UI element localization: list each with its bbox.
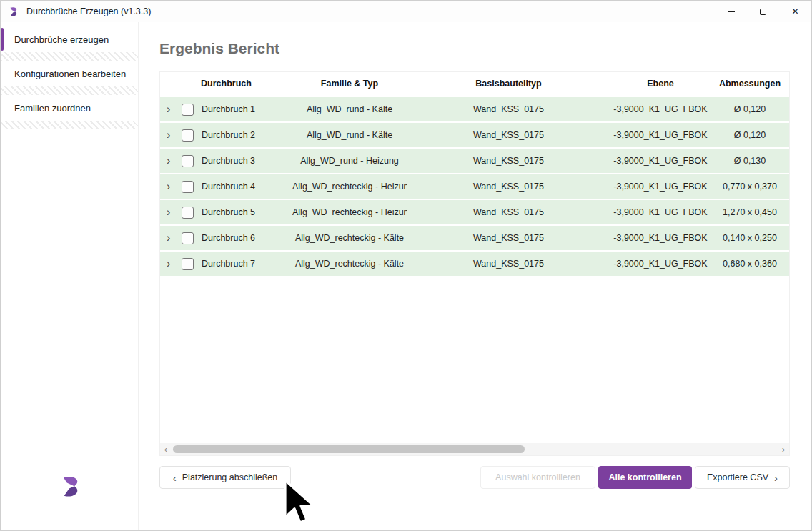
table-row: ›Durchbruch 1Allg_WD_rund - KälteWand_KS…: [160, 97, 789, 121]
row-checkbox[interactable]: [182, 104, 194, 116]
app-logo-icon: [8, 6, 20, 18]
cell-durchbruch: ›Durchbruch 1: [160, 104, 292, 116]
cell-abmessungen: 0,680 x 0,360: [710, 259, 789, 269]
cell-familie-typ: Allg_WD_rund - Kälte: [292, 104, 407, 114]
export-csv-label: Exportiere CSV: [707, 472, 768, 482]
sidebar-stripe-divider: [1, 52, 138, 61]
column-header-familie-typ: Familie & Typ: [292, 79, 407, 89]
scrollbar-thumb[interactable]: [173, 445, 525, 453]
cell-abmessungen: 1,270 x 0,450: [710, 207, 789, 217]
check-selection-button[interactable]: Auswahl kontrollieren: [480, 466, 595, 489]
cell-abmessungen: 0,140 x 0,250: [710, 233, 789, 243]
app-window: Durchbrüche Erzeugen (v1.3.3) ✕ Durchbrü…: [0, 0, 812, 531]
cell-basisbauteiltyp: Wand_KSS_0175: [407, 259, 610, 269]
sidebar-item-durchbrueche-erzeugen[interactable]: Durchbrüche erzeugen: [1, 26, 138, 52]
cell-basisbauteiltyp: Wand_KSS_0175: [407, 130, 610, 140]
row-expander-icon[interactable]: ›: [167, 258, 177, 269]
row-expander-icon[interactable]: ›: [167, 181, 177, 192]
cell-basisbauteiltyp: Wand_KSS_0175: [407, 182, 610, 192]
table-row: ›Durchbruch 6Allg_WD_rechteckig - KälteW…: [160, 226, 789, 250]
row-checkbox[interactable]: [182, 258, 194, 270]
cell-ebene: -3,9000_K1_UG_FBOK: [610, 207, 710, 217]
column-header-durchbruch: Durchbruch: [160, 79, 292, 89]
cell-ebene: -3,9000_K1_UG_FBOK: [610, 182, 710, 192]
row-label: Durchbruch 4: [202, 182, 255, 192]
check-all-button[interactable]: Alle kontrollieren: [598, 466, 692, 489]
table-row: ›Durchbruch 7Allg_WD_rechteckig - KälteW…: [160, 252, 789, 276]
cell-durchbruch: ›Durchbruch 2: [160, 129, 292, 142]
cell-durchbruch: ›Durchbruch 6: [160, 232, 292, 244]
horizontal-scrollbar[interactable]: ‹ ›: [160, 443, 789, 455]
row-expander-icon[interactable]: ›: [167, 207, 177, 218]
row-checkbox[interactable]: [182, 181, 194, 193]
row-checkbox[interactable]: [182, 232, 194, 244]
close-icon: ✕: [791, 7, 798, 16]
minimize-button[interactable]: [715, 1, 747, 22]
column-header-basisbauteiltyp: Basisbauteiltyp: [407, 79, 610, 89]
row-expander-icon[interactable]: ›: [167, 129, 177, 141]
finish-placement-label: Platzierung abschließen: [182, 472, 277, 482]
table-row: ›Durchbruch 2Allg_WD_rund - KälteWand_KS…: [160, 123, 789, 147]
sidebar-stripe-divider: [1, 121, 138, 129]
scroll-right-icon[interactable]: ›: [778, 443, 789, 455]
cell-abmessungen: Ø 0,120: [710, 104, 789, 114]
app-logo-large-icon: [58, 473, 85, 500]
window-title: Durchbrüche Erzeugen (v1.3.3): [26, 6, 151, 16]
table-header-row: Durchbruch Familie & Typ Basisbauteiltyp…: [160, 72, 789, 95]
row-label: Durchbruch 6: [202, 233, 255, 243]
sidebar-menu: Durchbrüche erzeugen Konfigurationen bea…: [1, 26, 138, 129]
maximize-icon: [760, 9, 766, 15]
cell-basisbauteiltyp: Wand_KSS_0175: [407, 207, 610, 217]
cell-familie-typ: Allg_WD_rund - Kälte: [292, 130, 407, 140]
row-label: Durchbruch 3: [202, 156, 255, 166]
row-checkbox[interactable]: [182, 129, 194, 142]
sidebar-item-label: Konfigurationen bearbeiten: [14, 69, 126, 79]
check-all-label: Alle kontrollieren: [608, 472, 681, 482]
check-selection-label: Auswahl kontrollieren: [495, 472, 580, 482]
row-label: Durchbruch 2: [202, 130, 255, 140]
chevron-right-icon: ›: [774, 472, 778, 483]
row-checkbox[interactable]: [182, 155, 194, 167]
cell-basisbauteiltyp: Wand_KSS_0175: [407, 156, 610, 166]
row-label: Durchbruch 7: [202, 259, 255, 269]
row-expander-icon[interactable]: ›: [167, 155, 177, 167]
table-row: ›Durchbruch 4Allg_WD_rechteckig - Heizun…: [160, 174, 789, 199]
cell-basisbauteiltyp: Wand_KSS_0175: [407, 233, 610, 243]
cell-abmessungen: 0,770 x 0,370: [710, 182, 789, 192]
cell-familie-typ: Allg_WD_rechteckig - Kälte: [292, 233, 407, 243]
cell-familie-typ: Allg_WD_rund - Heizung: [292, 156, 407, 166]
minimize-icon: [728, 11, 735, 12]
scroll-left-icon[interactable]: ‹: [160, 443, 172, 455]
cell-durchbruch: ›Durchbruch 4: [160, 181, 292, 193]
cell-basisbauteiltyp: Wand_KSS_0175: [407, 104, 610, 114]
sidebar-item-familien-zuordnen[interactable]: Familien zuordnen: [1, 95, 138, 121]
table-body: ›Durchbruch 1Allg_WD_rund - KälteWand_KS…: [160, 97, 789, 276]
row-label: Durchbruch 5: [202, 207, 255, 217]
sidebar-item-label: Familien zuordnen: [14, 103, 91, 114]
cell-durchbruch: ›Durchbruch 3: [160, 155, 292, 167]
close-button[interactable]: ✕: [779, 1, 811, 22]
row-checkbox[interactable]: [182, 207, 194, 219]
page-title: Ergebnis Bericht: [159, 40, 279, 57]
cell-ebene: -3,9000_K1_UG_FBOK: [610, 156, 710, 166]
cell-ebene: -3,9000_K1_UG_FBOK: [610, 130, 710, 140]
chevron-left-icon: ‹: [173, 472, 177, 483]
sidebar-item-konfigurationen-bearbeiten[interactable]: Konfigurationen bearbeiten: [1, 61, 138, 86]
cell-ebene: -3,9000_K1_UG_FBOK: [610, 104, 710, 114]
cell-familie-typ: Allg_WD_rechteckig - Heizung_K...: [292, 207, 407, 217]
table-row: ›Durchbruch 5Allg_WD_rechteckig - Heizun…: [160, 200, 789, 224]
cell-abmessungen: Ø 0,130: [710, 156, 789, 166]
finish-placement-button[interactable]: ‹ Platzierung abschließen: [159, 466, 291, 489]
export-csv-button[interactable]: Exportiere CSV ›: [695, 466, 790, 489]
maximize-button[interactable]: [747, 1, 779, 22]
sidebar-item-label: Durchbrüche erzeugen: [14, 34, 109, 45]
row-expander-icon[interactable]: ›: [167, 104, 177, 115]
cell-ebene: -3,9000_K1_UG_FBOK: [610, 259, 710, 269]
table-row: ›Durchbruch 3Allg_WD_rund - HeizungWand_…: [160, 149, 789, 173]
cell-abmessungen: Ø 0,120: [710, 130, 789, 140]
column-header-ebene: Ebene: [610, 79, 710, 89]
row-expander-icon[interactable]: ›: [167, 232, 177, 244]
row-label: Durchbruch 1: [202, 104, 255, 114]
column-header-abmessungen: Abmessungen: [710, 79, 789, 89]
titlebar: Durchbrüche Erzeugen (v1.3.3) ✕: [1, 1, 811, 22]
